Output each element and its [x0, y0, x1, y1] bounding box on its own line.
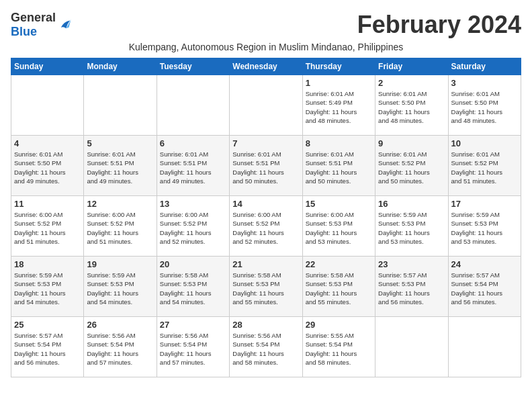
calendar-cell	[230, 75, 302, 136]
day-number: 12	[87, 199, 153, 209]
day-info: Sunrise: 6:00 AM Sunset: 5:52 PM Dayligh…	[14, 210, 81, 246]
day-info: Sunrise: 6:01 AM Sunset: 5:51 PM Dayligh…	[232, 150, 299, 185]
day-number: 28	[232, 320, 299, 330]
calendar-cell: 22Sunrise: 5:58 AM Sunset: 5:53 PM Dayli…	[302, 257, 375, 317]
day-number: 27	[160, 320, 226, 330]
calendar-week-row: 18Sunrise: 5:59 AM Sunset: 5:53 PM Dayli…	[11, 257, 521, 317]
day-header-saturday: Saturday	[448, 58, 521, 75]
calendar-cell: 5Sunrise: 6:01 AM Sunset: 5:51 PM Daylig…	[84, 136, 157, 196]
day-info: Sunrise: 6:00 AM Sunset: 5:52 PM Dayligh…	[87, 210, 153, 246]
calendar-cell	[375, 317, 448, 377]
day-number: 18	[14, 259, 81, 269]
calendar-cell: 15Sunrise: 6:00 AM Sunset: 5:53 PM Dayli…	[302, 196, 375, 257]
logo-bird-icon	[57, 17, 72, 32]
logo: General Blue	[11, 11, 72, 39]
day-number: 14	[232, 199, 299, 209]
calendar-week-row: 4Sunrise: 6:01 AM Sunset: 5:50 PM Daylig…	[11, 136, 521, 196]
calendar-cell: 29Sunrise: 5:55 AM Sunset: 5:54 PM Dayli…	[302, 317, 375, 377]
day-number: 22	[306, 259, 372, 269]
calendar-cell: 17Sunrise: 5:59 AM Sunset: 5:53 PM Dayli…	[448, 196, 521, 257]
day-info: Sunrise: 6:01 AM Sunset: 5:51 PM Dayligh…	[160, 150, 226, 185]
day-header-thursday: Thursday	[302, 58, 375, 75]
calendar-cell	[84, 75, 157, 136]
calendar-cell: 10Sunrise: 6:01 AM Sunset: 5:52 PM Dayli…	[448, 136, 521, 196]
day-number: 10	[451, 138, 518, 148]
day-info: Sunrise: 6:01 AM Sunset: 5:49 PM Dayligh…	[306, 89, 372, 125]
day-info: Sunrise: 6:01 AM Sunset: 5:50 PM Dayligh…	[378, 89, 445, 125]
day-info: Sunrise: 5:56 AM Sunset: 5:54 PM Dayligh…	[87, 331, 153, 367]
day-number: 7	[232, 138, 299, 148]
day-info: Sunrise: 6:00 AM Sunset: 5:52 PM Dayligh…	[160, 210, 226, 246]
day-info: Sunrise: 5:59 AM Sunset: 5:53 PM Dayligh…	[14, 271, 81, 306]
day-number: 11	[14, 199, 81, 209]
day-info: Sunrise: 6:01 AM Sunset: 5:51 PM Dayligh…	[306, 150, 372, 185]
month-title: February 2024	[357, 11, 521, 39]
day-number: 19	[87, 259, 153, 269]
header: General Blue February 2024	[11, 11, 521, 39]
day-header-sunday: Sunday	[11, 58, 84, 75]
day-info: Sunrise: 6:01 AM Sunset: 5:51 PM Dayligh…	[87, 150, 153, 185]
calendar-table: SundayMondayTuesdayWednesdayThursdayFrid…	[11, 58, 521, 377]
calendar-subtitle: Kulempang, Autonomous Region in Muslim M…	[11, 42, 521, 52]
day-info: Sunrise: 6:01 AM Sunset: 5:52 PM Dayligh…	[378, 150, 445, 185]
day-number: 2	[378, 78, 445, 88]
day-number: 25	[14, 320, 81, 330]
calendar-cell: 1Sunrise: 6:01 AM Sunset: 5:49 PM Daylig…	[302, 75, 375, 136]
day-header-monday: Monday	[84, 58, 157, 75]
calendar-week-row: 1Sunrise: 6:01 AM Sunset: 5:49 PM Daylig…	[11, 75, 521, 136]
logo-blue: Blue	[11, 25, 37, 38]
calendar-cell: 20Sunrise: 5:58 AM Sunset: 5:53 PM Dayli…	[157, 257, 229, 317]
calendar-cell: 9Sunrise: 6:01 AM Sunset: 5:52 PM Daylig…	[375, 136, 448, 196]
day-number: 29	[306, 320, 372, 330]
day-number: 21	[232, 259, 299, 269]
calendar-cell	[448, 317, 521, 377]
day-info: Sunrise: 5:58 AM Sunset: 5:53 PM Dayligh…	[160, 271, 226, 306]
calendar-cell: 12Sunrise: 6:00 AM Sunset: 5:52 PM Dayli…	[84, 196, 157, 257]
day-info: Sunrise: 6:00 AM Sunset: 5:53 PM Dayligh…	[306, 210, 372, 246]
day-info: Sunrise: 5:59 AM Sunset: 5:53 PM Dayligh…	[378, 210, 445, 246]
calendar-cell: 14Sunrise: 6:00 AM Sunset: 5:52 PM Dayli…	[230, 196, 302, 257]
logo-general: General	[11, 11, 56, 24]
day-info: Sunrise: 5:57 AM Sunset: 5:54 PM Dayligh…	[14, 331, 81, 367]
calendar-cell: 28Sunrise: 5:56 AM Sunset: 5:54 PM Dayli…	[230, 317, 302, 377]
calendar-cell: 7Sunrise: 6:01 AM Sunset: 5:51 PM Daylig…	[230, 136, 302, 196]
day-number: 17	[451, 199, 518, 209]
day-info: Sunrise: 6:01 AM Sunset: 5:50 PM Dayligh…	[14, 150, 81, 185]
calendar-cell: 18Sunrise: 5:59 AM Sunset: 5:53 PM Dayli…	[11, 257, 84, 317]
day-info: Sunrise: 6:01 AM Sunset: 5:52 PM Dayligh…	[451, 150, 518, 185]
day-info: Sunrise: 5:59 AM Sunset: 5:53 PM Dayligh…	[451, 210, 518, 246]
day-number: 4	[14, 138, 81, 148]
day-info: Sunrise: 5:56 AM Sunset: 5:54 PM Dayligh…	[232, 331, 299, 367]
calendar-cell: 4Sunrise: 6:01 AM Sunset: 5:50 PM Daylig…	[11, 136, 84, 196]
calendar-cell: 6Sunrise: 6:01 AM Sunset: 5:51 PM Daylig…	[157, 136, 229, 196]
logo-text: General Blue	[11, 11, 56, 39]
calendar-cell: 2Sunrise: 6:01 AM Sunset: 5:50 PM Daylig…	[375, 75, 448, 136]
day-info: Sunrise: 5:59 AM Sunset: 5:53 PM Dayligh…	[87, 271, 153, 306]
day-info: Sunrise: 6:01 AM Sunset: 5:50 PM Dayligh…	[451, 89, 518, 125]
day-number: 9	[378, 138, 445, 148]
calendar-cell: 27Sunrise: 5:56 AM Sunset: 5:54 PM Dayli…	[157, 317, 229, 377]
calendar-cell	[157, 75, 229, 136]
day-number: 16	[378, 199, 445, 209]
day-info: Sunrise: 5:58 AM Sunset: 5:53 PM Dayligh…	[306, 271, 372, 306]
day-info: Sunrise: 6:00 AM Sunset: 5:52 PM Dayligh…	[232, 210, 299, 246]
calendar-cell: 24Sunrise: 5:57 AM Sunset: 5:54 PM Dayli…	[448, 257, 521, 317]
day-number: 3	[451, 78, 518, 88]
calendar-cell: 11Sunrise: 6:00 AM Sunset: 5:52 PM Dayli…	[11, 196, 84, 257]
day-info: Sunrise: 5:57 AM Sunset: 5:54 PM Dayligh…	[451, 271, 518, 306]
calendar-week-row: 25Sunrise: 5:57 AM Sunset: 5:54 PM Dayli…	[11, 317, 521, 377]
day-header-tuesday: Tuesday	[157, 58, 229, 75]
day-number: 5	[87, 138, 153, 148]
day-header-wednesday: Wednesday	[230, 58, 302, 75]
day-info: Sunrise: 5:56 AM Sunset: 5:54 PM Dayligh…	[160, 331, 226, 367]
day-number: 26	[87, 320, 153, 330]
day-number: 23	[378, 259, 445, 269]
calendar-week-row: 11Sunrise: 6:00 AM Sunset: 5:52 PM Dayli…	[11, 196, 521, 257]
calendar-cell: 19Sunrise: 5:59 AM Sunset: 5:53 PM Dayli…	[84, 257, 157, 317]
day-info: Sunrise: 5:58 AM Sunset: 5:53 PM Dayligh…	[232, 271, 299, 306]
day-number: 20	[160, 259, 226, 269]
day-number: 24	[451, 259, 518, 269]
calendar-cell: 16Sunrise: 5:59 AM Sunset: 5:53 PM Dayli…	[375, 196, 448, 257]
day-number: 8	[306, 138, 372, 148]
calendar-cell: 8Sunrise: 6:01 AM Sunset: 5:51 PM Daylig…	[302, 136, 375, 196]
